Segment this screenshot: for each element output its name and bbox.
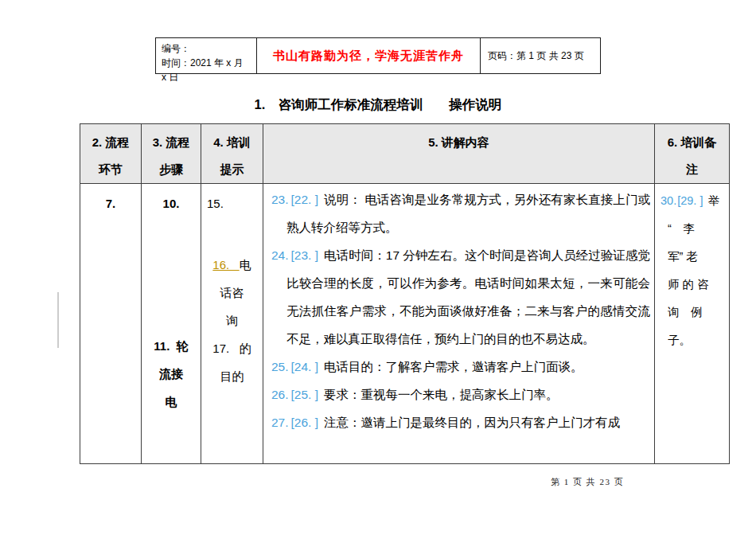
tip-item-phone-consult: 16. 电 话咨 询	[205, 251, 259, 334]
cell-training-tip: 15. 16. 电 话咨 询 17. 的 目的	[201, 184, 263, 464]
inserted-list-number: 16.	[212, 258, 239, 271]
explanation-item: 23.[22. ]说明： 电话咨询是业务常规方式，另外还有家长直接上门或熟人转介…	[267, 185, 650, 241]
explanation-text: 说明： 电话咨询是业务常规方式，另外还有家长直接上门或熟人转介绍等方式。	[286, 193, 650, 234]
list-number: 25.	[271, 360, 289, 373]
col-header-process-link: 2. 流程环节	[80, 124, 142, 184]
col-header-training-note: 6. 培训备注	[655, 124, 730, 184]
doc-time-label: 时间：2021 年 x 月 x 日	[162, 56, 251, 84]
cell-explanation-content: 23.[22. ]说明： 电话咨询是业务常规方式，另外还有家长直接上门或熟人转介…	[263, 184, 655, 464]
old-list-number: [24. ]	[291, 360, 318, 373]
explanation-text: 电话目的：了解客户需求，邀请客户上门面谈。	[324, 360, 583, 373]
explanation-text: 要求：重视每一个来电，提高家长上门率。	[324, 388, 559, 401]
list-number: 23.	[271, 193, 289, 206]
old-list-number: [26. ]	[291, 416, 318, 429]
old-list-number: [25. ]	[291, 388, 318, 401]
col-header-training-tip: 4. 培训提示	[201, 124, 263, 184]
table-body-row: 7. 10. 11. 轮 流接 电 15. 16. 电 话咨 询 17. 的 目…	[80, 184, 730, 464]
explanation-text: 电话时间：17 分钟左右。这个时间是咨询人员经过验证感觉比较合理的长度，可以作为…	[286, 248, 650, 346]
col-header-process-step: 3. 流程步骤	[142, 124, 201, 184]
cell-training-note: 30.[29. ] 举 “ 李 军” 老 师 的 咨 询 例 子。	[655, 184, 730, 464]
doc-number-label: 编号：	[162, 41, 251, 56]
document-header-table: 编号： 时间：2021 年 x 月 x 日 书山有路勤为径，学海无涯苦作舟 页码…	[155, 37, 601, 74]
list-number: 24.	[271, 248, 289, 262]
explanation-text: 注意：邀请上门是最终目的，因为只有客户上门才有成	[324, 416, 620, 429]
header-page-info: 页码：第 1 页 共 23 页	[481, 38, 600, 73]
col-header-explanation: 5. 讲解内容	[263, 124, 655, 184]
tip-item-purpose: 17. 的 目的	[205, 334, 259, 390]
table-header-row: 2. 流程环节 3. 流程步骤 4. 培训提示 5. 讲解内容 6. 培训备注	[80, 124, 730, 184]
old-list-number: [23. ]	[291, 248, 319, 262]
note-item: 30.[29. ] 举 “ 李 军” 老 师 的 咨 询 例 子。	[658, 187, 727, 354]
old-list-number: [22. ]	[291, 193, 319, 206]
list-number: 26.	[271, 388, 289, 401]
explanation-item: 26.[25. ]要求：重视每一个来电，提高家长上门率。	[267, 381, 650, 408]
step-number: 10.	[146, 189, 196, 217]
old-list-number: [29. ]	[677, 194, 703, 207]
process-number: 7.	[81, 189, 140, 217]
explanation-item: 25.[24. ]电话目的：了解客户需求，邀请客户上门面谈。	[267, 353, 650, 381]
header-meta-cell: 编号： 时间：2021 年 x 月 x 日	[156, 38, 257, 73]
explanation-item: 24.[23. ]电话时间：17 分钟左右。这个时间是咨询人员经过验证感觉比较合…	[267, 241, 650, 353]
header-motto: 书山有路勤为径，学海无涯苦作舟	[257, 38, 481, 73]
tip-number: 15.	[205, 189, 259, 217]
cell-process-step: 10. 11. 轮 流接 电	[142, 184, 201, 464]
page-footer: 第 1 页 共 23 页	[551, 476, 624, 488]
list-number: 30.	[661, 194, 676, 207]
step-item-answer-calls: 11. 轮 流接 电	[146, 332, 196, 416]
document-page: 编号： 时间：2021 年 x 月 x 日 书山有路勤为径，学海无涯苦作舟 页码…	[0, 0, 756, 535]
document-title: 1. 咨询师工作标准流程培训 操作说明	[0, 96, 756, 114]
cell-process-link: 7.	[80, 184, 142, 464]
training-process-table: 2. 流程环节 3. 流程步骤 4. 培训提示 5. 讲解内容 6. 培训备注 …	[80, 123, 730, 464]
revision-change-bar	[57, 292, 59, 348]
explanation-item: 27.[26. ]注意：邀请上门是最终目的，因为只有客户上门才有成	[267, 408, 650, 436]
list-number: 27.	[271, 416, 289, 429]
note-text: 举 “ 李 军” 老 师 的 咨 询 例 子。	[668, 194, 719, 346]
